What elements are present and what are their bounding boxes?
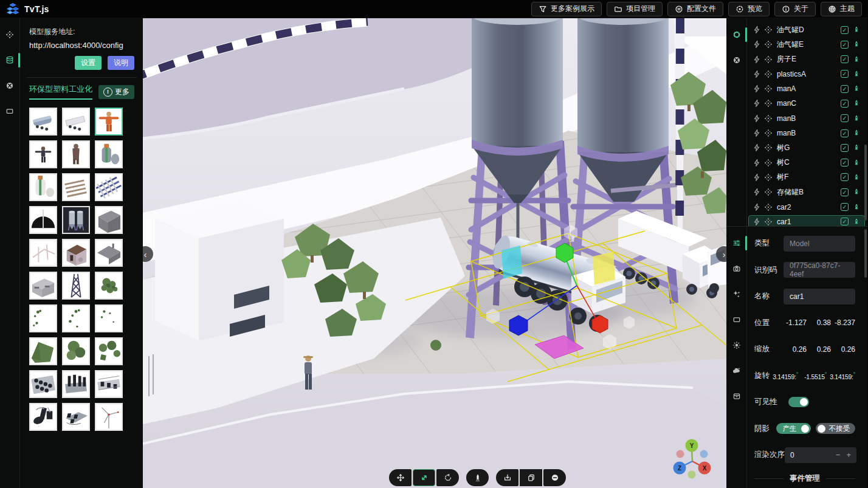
model-thumbnail-rail-tracks[interactable]	[95, 173, 123, 201]
copy-tool-button[interactable]	[520, 469, 542, 486]
rocket-icon[interactable]	[852, 129, 861, 137]
model-thumbnail-bush-scatter-b[interactable]	[62, 304, 90, 332]
model-thumbnail-lattice-tower[interactable]	[62, 272, 90, 300]
model-thumbnail-machinery-c[interactable]	[95, 370, 123, 398]
visibility-checkbox[interactable]: ✓	[841, 159, 849, 167]
model-thumbnail-machinery-a[interactable]	[29, 370, 57, 398]
props-strip-item-properties[interactable]	[729, 235, 745, 251]
rocket-icon[interactable]	[852, 159, 861, 167]
rocket-icon[interactable]	[852, 26, 861, 34]
visibility-checkbox[interactable]: ✓	[841, 100, 849, 108]
tree-row-manB[interactable]: manB ✓	[748, 112, 865, 125]
more-button[interactable]: ! 更多	[98, 85, 134, 99]
import-tool-button[interactable]	[496, 469, 518, 486]
left-strip-item-frame[interactable]	[2, 103, 18, 119]
model-thumbnail-white-frame[interactable]	[29, 239, 57, 267]
topbar-button-project-management[interactable]: 项目管理	[607, 2, 663, 16]
model-thumbnail-factory-block[interactable]	[29, 272, 57, 300]
visibility-checkbox[interactable]: ✓	[841, 26, 849, 34]
topbar-button-preview[interactable]: 预览	[728, 2, 770, 16]
render-order-value[interactable]: 0	[790, 451, 794, 459]
rocket-icon[interactable]	[852, 203, 861, 211]
tree-row-manC[interactable]: manC ✓	[748, 97, 865, 110]
props-strip-item-camera[interactable]	[729, 261, 745, 277]
rocket-icon[interactable]	[852, 70, 861, 78]
model-thumbnail-worker-orange[interactable]	[95, 108, 123, 136]
topbar-button-config-file[interactable]: 配置文件	[667, 2, 723, 16]
model-thumbnail-plastic-bottles-gray[interactable]	[95, 140, 123, 168]
shadow-cast-toggle[interactable]: 产生	[776, 423, 811, 434]
tree-row-car2[interactable]: car2 ✓	[748, 201, 865, 214]
viewport-3d-canvas[interactable]: Y Z X ‹ ›	[143, 18, 726, 488]
model-thumbnail-big-tree-a[interactable]	[29, 337, 57, 365]
scene-building-white[interactable]	[143, 201, 284, 340]
tree-row-树G[interactable]: 树G ✓	[748, 141, 865, 154]
visibility-checkbox[interactable]: ✓	[841, 188, 849, 196]
left-strip-item-transform[interactable]	[2, 27, 18, 43]
topbar-button-theme[interactable]: 主题	[821, 2, 862, 16]
tree-row-manA[interactable]: manA ✓	[748, 82, 865, 95]
rocket-icon[interactable]	[852, 40, 861, 49]
model-thumbnail-tree-cluster[interactable]	[95, 272, 123, 300]
rocket-icon[interactable]	[852, 173, 861, 182]
scale-z-value[interactable]: 0.26	[831, 345, 855, 354]
remove-tool-button[interactable]	[543, 469, 566, 486]
visibility-checkbox[interactable]: ✓	[841, 41, 849, 49]
rocket-icon[interactable]	[852, 99, 861, 108]
tree-row-car1[interactable]: car1 ✓	[748, 215, 865, 226]
tree-scrollbar[interactable]	[864, 145, 867, 221]
model-thumbnail-big-tree-b[interactable]	[62, 337, 90, 365]
props-strip-item-effects[interactable]	[729, 286, 745, 302]
position-x-value[interactable]: -1.127	[782, 318, 807, 327]
scene-bush[interactable]	[430, 340, 441, 351]
move-tool-button[interactable]	[389, 469, 412, 486]
props-strip-item-light[interactable]	[729, 337, 745, 353]
increment-button[interactable]: +	[846, 450, 851, 459]
props-strip-item-weather[interactable]	[729, 363, 745, 379]
visibility-checkbox[interactable]: ✓	[841, 55, 849, 63]
tree-strip-item-controller[interactable]	[729, 52, 745, 68]
tree-row-树F[interactable]: 树F ✓	[748, 171, 865, 184]
tree-strip-item-scene[interactable]	[729, 27, 745, 43]
model-thumbnail-twin-silos[interactable]	[62, 206, 90, 234]
identifier-input[interactable]: 0f775ca0-87c7-4eef	[784, 262, 855, 278]
model-thumbnail-tanker-truck[interactable]	[29, 108, 57, 136]
props-scrollbar[interactable]	[864, 229, 867, 278]
visibility-checkbox[interactable]: ✓	[841, 203, 849, 211]
rocket-icon[interactable]	[852, 143, 861, 152]
visibility-checkbox[interactable]: ✓	[841, 144, 849, 152]
rocket-icon[interactable]	[852, 114, 861, 123]
visibility-checkbox[interactable]: ✓	[841, 173, 849, 181]
help-button[interactable]: 说明	[108, 56, 134, 70]
visibility-checkbox[interactable]: ✓	[841, 114, 849, 122]
left-strip-item-models[interactable]	[2, 52, 18, 68]
scale-y-value[interactable]: 0.26	[807, 345, 831, 354]
tree-row-plasticsA[interactable]: plasticsA ✓	[748, 67, 865, 81]
model-thumbnail-white-truck[interactable]	[62, 108, 90, 136]
visibility-checkbox[interactable]: ✓	[841, 218, 849, 225]
rocket-icon[interactable]	[852, 218, 861, 226]
plane-handle-cyan[interactable]	[501, 246, 522, 279]
topbar-button-more-cases[interactable]: 更多案例展示	[531, 2, 602, 16]
model-thumbnail-man-tpose[interactable]	[29, 140, 57, 168]
rocket-icon[interactable]	[852, 55, 861, 64]
topbar-button-about[interactable]: 关于	[774, 2, 816, 16]
model-thumbnail-machinery-e[interactable]	[62, 403, 90, 431]
visibility-checkbox[interactable]: ✓	[841, 70, 849, 78]
model-thumbnail-bush-scatter-c[interactable]	[95, 304, 123, 332]
model-thumbnail-wind-turbine[interactable]	[95, 403, 123, 431]
visibility-checkbox[interactable]: ✓	[841, 129, 849, 137]
tree-row-存储罐B[interactable]: 存储罐B ✓	[748, 185, 865, 199]
model-thumbnail-black-dome[interactable]	[29, 206, 57, 234]
type-input[interactable]: Model	[784, 236, 855, 252]
left-strip-item-controller[interactable]	[2, 78, 18, 94]
scale-x-value[interactable]: 0.26	[782, 345, 807, 354]
axis-handle-x[interactable]	[592, 315, 608, 333]
model-thumbnail-gray-building[interactable]	[95, 206, 123, 234]
model-thumbnail-gray-roof-house[interactable]	[95, 239, 123, 267]
tree-row-油气罐E[interactable]: 油气罐E ✓	[748, 38, 865, 51]
model-thumbnail-big-tree-c[interactable]	[95, 337, 123, 365]
model-thumbnail-man-brown[interactable]	[62, 140, 90, 168]
tree-row-房子E[interactable]: 房子E ✓	[748, 53, 865, 66]
name-input[interactable]: car1	[784, 289, 855, 304]
